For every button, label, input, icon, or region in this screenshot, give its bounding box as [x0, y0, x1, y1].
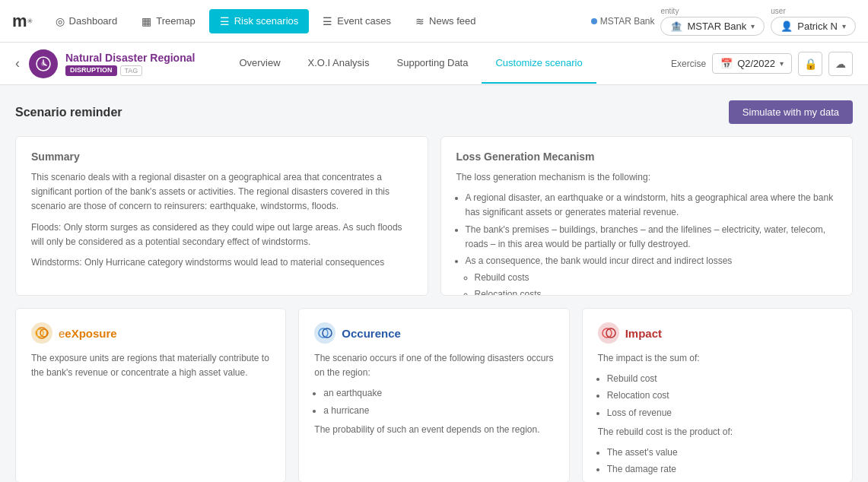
app-logo[interactable]: m✳ — [12, 11, 33, 31]
section-header: Scenario reminder Simulate with my data — [15, 100, 853, 124]
user-select[interactable]: 👤 Patrick N ▾ — [771, 17, 856, 36]
impact-b1-2: Relocation cost — [607, 388, 837, 403]
entity-label: entity — [660, 7, 765, 15]
dashboard-icon: ◎ — [56, 15, 65, 27]
loss-bullet-2: The bank's premises – buildings, branche… — [466, 223, 838, 252]
exercise-label: Exercise — [671, 59, 706, 69]
impact-intro: The impact is the sum of: — [598, 351, 837, 366]
scenario-icon — [29, 49, 58, 78]
user-icon: 👤 — [781, 21, 793, 32]
tab-xoi[interactable]: X.O.I Analysis — [294, 43, 383, 84]
nav-treemap[interactable]: ▦ Treemap — [131, 9, 206, 33]
exercise-group: Exercise 📅 Q2/2022 ▾ 🔒 ☁ — [671, 52, 853, 76]
scenario-title: Natural Disaster Regional — [65, 52, 195, 64]
loss-generation-card: Loss Generation Mecanism The loss genera… — [440, 136, 854, 296]
nav-event-cases[interactable]: ☰ Event cases — [312, 9, 402, 33]
summary-text: This scenario deals with a regional disa… — [31, 170, 412, 270]
occurrence-title-row: Occurence — [314, 322, 553, 344]
scenario-tabs: Overview X.O.I Analysis Supporting Data … — [225, 43, 596, 84]
cards-bottom-row: eeXposure The exposure units are regions… — [15, 308, 853, 482]
secondary-navigation: ‹ Natural Disaster Regional DISRUPTION T… — [0, 43, 868, 85]
loss-bullet-4: Rebuild costs — [475, 271, 838, 285]
exercise-chevron: ▾ — [780, 59, 784, 68]
top-navigation: m✳ ◎ Dashboard ▦ Treemap ☰ Risk scenario… — [0, 0, 868, 43]
treemap-icon: ▦ — [141, 15, 151, 27]
impact-title-row: Impact — [598, 322, 837, 344]
occurrence-card: Occurence The scenario occurs if one of … — [298, 308, 569, 482]
calendar-icon: 📅 — [720, 58, 733, 69]
news-feed-icon: ≋ — [415, 15, 424, 27]
impact-title: Impact — [625, 327, 662, 340]
loss-bullet-5: Relocation costs — [475, 287, 838, 296]
exposure-card: eeXposure The exposure units are regions… — [15, 308, 286, 482]
impact-icon — [598, 322, 619, 344]
cloud-icon: ☁ — [835, 58, 846, 70]
impact-b2-2: The damage rate — [607, 462, 837, 477]
scenario-tags: DISRUPTION TAG — [65, 65, 195, 76]
section-title: Scenario reminder — [15, 106, 122, 119]
impact-bullets2: The asset's value The damage rate — [607, 446, 837, 477]
entity-chevron: ▾ — [751, 22, 755, 30]
cards-top-row: Summary This scenario deals with a regio… — [15, 136, 853, 296]
cloud-button[interactable]: ☁ — [828, 52, 853, 76]
occurrence-icon — [314, 322, 335, 344]
summary-p2: Floods: Only storm surges as considered … — [31, 220, 412, 249]
loss-gen-intro: The loss generation mechanism is the fol… — [456, 170, 838, 185]
exposure-title-row: eeXposure — [31, 322, 270, 344]
loss-bullet-1: A regional disaster, an earthquake or a … — [466, 191, 838, 220]
summary-p1: This scenario deals with a regional disa… — [31, 170, 412, 214]
logo-star: ✳ — [27, 17, 33, 25]
tag-disruption: DISRUPTION — [65, 65, 117, 76]
tab-customize[interactable]: Customize scenario — [482, 43, 596, 84]
occurrence-bullet-2: a hurricane — [323, 404, 553, 418]
bank-icon: 🏦 — [670, 21, 682, 32]
lock-button[interactable]: 🔒 — [798, 52, 822, 76]
nav-event-cases-label: Event cases — [337, 15, 391, 27]
occurrence-text: The scenario occurs if one of the follow… — [314, 351, 553, 437]
tab-overview[interactable]: Overview — [225, 43, 294, 84]
tab-supporting[interactable]: Supporting Data — [383, 43, 482, 84]
nav-news-feed[interactable]: ≋ News feed — [405, 9, 486, 33]
impact-b2-1: The asset's value — [607, 446, 837, 460]
nav-risk-scenarios[interactable]: ☰ Risk scenarios — [209, 9, 310, 33]
main-content: Scenario reminder Simulate with my data … — [0, 85, 868, 482]
event-cases-icon: ☰ — [323, 15, 332, 27]
mstar-badge-text: MSTAR Bank — [600, 16, 655, 27]
exercise-select[interactable]: 📅 Q2/2022 ▾ — [712, 53, 792, 74]
impact-text: The impact is the sum of: Rebuild cost R… — [598, 351, 837, 482]
exposure-icon — [31, 322, 52, 344]
entity-select[interactable]: 🏦 MSTAR Bank ▾ — [660, 17, 765, 36]
nav-right: MSTAR Bank entity 🏦 MSTAR Bank ▾ user 👤 … — [591, 7, 856, 36]
nav-risk-scenarios-label: Risk scenarios — [234, 15, 299, 27]
user-chevron: ▾ — [842, 22, 846, 30]
loss-gen-bullets: A regional disaster, an earthquake or a … — [466, 191, 838, 296]
occurrence-title: Occurence — [342, 327, 401, 340]
lock-icon: 🔒 — [804, 58, 817, 70]
summary-p3: Windstorms: Only Hurricane category wind… — [31, 255, 412, 270]
scenario-badge: Natural Disaster Regional DISRUPTION TAG — [29, 49, 195, 78]
exercise-value: Q2/2022 — [737, 58, 775, 69]
loss-gen-sub-bullets: Rebuild costs Relocation costs — [475, 271, 838, 296]
summary-title: Summary — [31, 151, 412, 163]
impact-b1-1: Rebuild cost — [607, 372, 837, 386]
tag-label: TAG — [120, 65, 143, 76]
simulate-button[interactable]: Simulate with my data — [729, 100, 853, 124]
impact-bullets1: Rebuild cost Relocation cost Loss of rev… — [607, 372, 837, 420]
loss-bullet-3: As a consequence, the bank would incur d… — [466, 254, 838, 268]
logo-text: m — [12, 11, 27, 31]
back-button[interactable]: ‹ — [15, 55, 29, 71]
scenario-info: Natural Disaster Regional DISRUPTION TAG — [65, 52, 195, 76]
nav-treemap-label: Treemap — [156, 15, 196, 27]
occurrence-intro: The scenario occurs if one of the follow… — [314, 351, 553, 380]
exposure-text: The exposure units are regions that mate… — [31, 351, 270, 380]
occurrence-outro: The probability of such an event depends… — [314, 423, 553, 437]
loss-generation-title: Loss Generation Mecanism — [456, 151, 838, 163]
user-name: Patrick N — [797, 21, 838, 32]
mstar-badge: MSTAR Bank — [591, 16, 655, 27]
nav-dashboard[interactable]: ◎ Dashboard — [45, 9, 129, 33]
svg-point-1 — [41, 62, 46, 66]
impact-b1-3: Loss of revenue — [607, 406, 837, 420]
occurrence-bullets: an earthquake a hurricane — [323, 386, 553, 417]
impact-mid: The rebuild cost is the product of: — [598, 425, 837, 439]
user-label: user — [771, 7, 856, 15]
